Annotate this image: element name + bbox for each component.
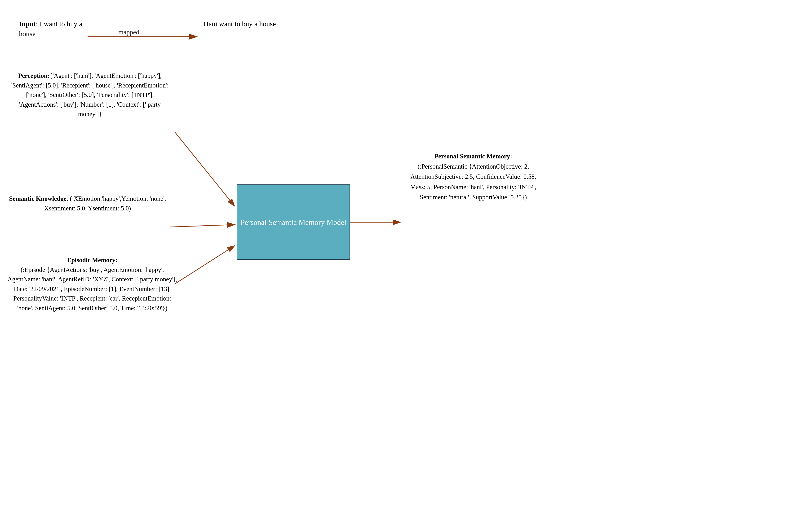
episodic-text: (:Episode {AgentActions: 'buy', AgentEmo… (7, 266, 177, 311)
perception-block: Perception:{'Agent': ['hani'], 'AgentEmo… (7, 71, 173, 119)
perception-title: Perception: (18, 72, 50, 79)
perception-arrow (175, 132, 234, 206)
semantic-arrow (170, 225, 234, 227)
input-section: Input: I want to buy a house (19, 19, 95, 39)
center-box-label: Personal Semantic Memory Model (240, 217, 346, 228)
psm-text: (:PersonalSemantic {AttentionObjective: … (410, 163, 536, 201)
psm-title: Personal Semantic Memory: (435, 153, 512, 160)
mapped-label: mapped (118, 28, 140, 36)
semantic-title: Semantic Knowledge (9, 195, 66, 202)
psm-output: Personal Semantic Memory:(:PersonalSeman… (402, 151, 544, 203)
semantic-block: Semantic Knowledge: ( XEmotion:'happy',Y… (7, 194, 168, 213)
diagram-container: Input: I want to buy a house mapped Hani… (0, 0, 793, 532)
episodic-arrow (175, 246, 234, 284)
episodic-title: Episodic Memory: (67, 256, 117, 264)
hani-output: Hani want to buy a house (204, 19, 284, 29)
input-label: Input (19, 20, 36, 28)
episodic-block: Episodic Memory:(:Episode {AgentActions:… (7, 255, 178, 313)
center-box: Personal Semantic Memory Model (237, 185, 350, 260)
